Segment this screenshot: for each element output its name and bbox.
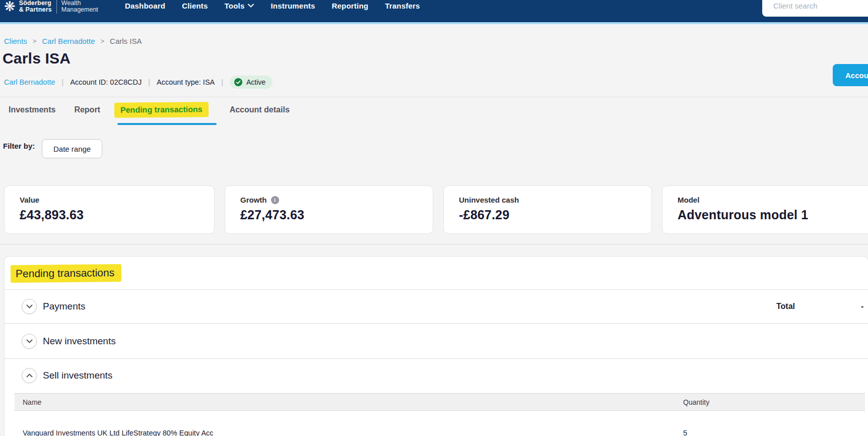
tab-bar: Investments Report Pending transactions … xyxy=(9,102,290,117)
sell-investments-collapse-button[interactable] xyxy=(22,368,37,383)
growth-card: Growth i £27,473.63 xyxy=(225,185,433,234)
account-actions-button[interactable]: Accou xyxy=(833,64,868,86)
client-search-input[interactable] xyxy=(773,2,868,10)
nav-item-tools-label: Tools xyxy=(225,2,245,10)
navbar-accent-strip xyxy=(0,22,868,24)
top-navbar: ❋ Söderberg & Partners Wealth Management… xyxy=(0,0,868,22)
account-type-text: Account type: ISA xyxy=(157,78,215,86)
info-icon[interactable]: i xyxy=(271,196,279,204)
status-badge: Active xyxy=(230,76,273,89)
new-investments-group-label: New investments xyxy=(43,336,116,347)
client-search-box[interactable] xyxy=(762,0,868,17)
sell-investments-group-row[interactable]: Sell investments xyxy=(5,359,868,392)
active-tab-underline xyxy=(117,123,217,125)
uninvested-cash-card-label: Uninvested cash xyxy=(459,196,651,204)
account-info-line: Carl Bernadotte | Account ID: 02C8CDJ | … xyxy=(4,76,273,89)
breadcrumb-client-link[interactable]: Carl Bernadotte xyxy=(42,37,95,45)
app-root: ❋ Söderberg & Partners Wealth Management… xyxy=(0,0,868,436)
tab-pending-transactions[interactable]: Pending transactions xyxy=(114,102,209,118)
brand-name-line2: & Partners xyxy=(19,6,52,13)
growth-card-value: £27,473.63 xyxy=(240,208,433,222)
tab-report[interactable]: Report xyxy=(74,102,100,117)
payments-group-row[interactable]: Payments Total - xyxy=(5,290,868,323)
uninvested-cash-card-value: -£867.29 xyxy=(459,208,651,222)
nav-item-transfers[interactable]: Transfers xyxy=(385,2,420,10)
tab-investments[interactable]: Investments xyxy=(9,102,55,117)
nav-item-dashboard[interactable]: Dashboard xyxy=(125,2,165,10)
pending-transactions-panel: Pending transactions Payments Total - Ne… xyxy=(4,256,868,436)
brand-division: Wealth Management xyxy=(61,0,98,13)
nav-item-tools[interactable]: Tools xyxy=(225,2,254,10)
payments-total-value: - xyxy=(861,302,863,311)
new-investments-group-row[interactable]: New investments xyxy=(5,324,868,358)
section-divider xyxy=(0,244,868,244)
chevron-down-icon xyxy=(26,304,33,308)
value-card-value: £43,893.63 xyxy=(20,208,214,222)
growth-card-label: Growth i xyxy=(240,196,433,204)
payments-expand-button[interactable] xyxy=(22,299,37,314)
chevron-up-icon xyxy=(26,373,33,378)
value-card: Value £43,893.63 xyxy=(4,185,215,234)
breadcrumb-separator: > xyxy=(101,37,105,45)
date-range-button[interactable]: Date range xyxy=(42,139,102,158)
check-circle-icon xyxy=(234,78,242,86)
chevron-down-icon xyxy=(26,339,33,343)
separator: | xyxy=(62,78,64,86)
pending-transactions-heading: Pending transactions xyxy=(11,264,121,283)
status-badge-label: Active xyxy=(246,78,265,86)
payments-total-label: Total xyxy=(776,302,795,311)
chevron-down-icon xyxy=(248,4,254,8)
nav-item-clients[interactable]: Clients xyxy=(182,2,208,10)
tabs-top-divider xyxy=(0,97,868,97)
breadcrumb-separator: > xyxy=(33,37,37,45)
payments-group-label: Payments xyxy=(43,301,85,312)
brand-flower-icon: ❋ xyxy=(4,0,16,15)
sell-investments-group-label: Sell investments xyxy=(43,370,112,381)
breadcrumb-current: Carls ISA xyxy=(110,37,142,45)
column-header-name: Name xyxy=(23,398,41,406)
nav-item-reporting[interactable]: Reporting xyxy=(332,2,369,10)
column-header-quantity: Quantity xyxy=(683,398,709,406)
logo-divider xyxy=(56,0,57,14)
brand-name: Söderberg & Partners xyxy=(19,0,52,13)
tab-account-details[interactable]: Account details xyxy=(230,102,290,117)
instrument-name-cell: Vanguard Investments UK Ltd LifeStrategy… xyxy=(23,429,214,436)
brand-logo[interactable]: ❋ Söderberg & Partners Wealth Management xyxy=(4,0,98,15)
breadcrumb: Clients > Carl Bernadotte > Carls ISA xyxy=(4,37,142,45)
account-id-text: Account ID: 02C8CDJ xyxy=(70,78,142,86)
growth-card-label-text: Growth xyxy=(240,196,267,204)
page-title: Carls ISA xyxy=(3,50,71,67)
transactions-table-header: Name Quantity xyxy=(15,393,865,411)
model-card-label: Model xyxy=(678,196,868,204)
table-row: Vanguard Investments UK Ltd LifeStrategy… xyxy=(15,411,865,436)
quantity-cell: 5 xyxy=(683,429,687,436)
client-name-link[interactable]: Carl Bernadotte xyxy=(4,78,55,86)
new-investments-expand-button[interactable] xyxy=(22,334,37,349)
separator: | xyxy=(148,78,150,86)
value-card-label: Value xyxy=(20,196,214,204)
separator: | xyxy=(221,78,223,86)
filter-by-label: Filter by: xyxy=(3,142,35,150)
model-card: Model Adventurous model 1 xyxy=(662,185,868,234)
nav-item-instruments[interactable]: Instruments xyxy=(271,2,315,10)
breadcrumb-clients-link[interactable]: Clients xyxy=(4,37,27,45)
brand-division-line2: Management xyxy=(61,6,98,13)
main-nav: Dashboard Clients Tools Instruments Repo… xyxy=(125,0,420,12)
uninvested-cash-card: Uninvested cash -£867.29 xyxy=(443,185,652,234)
model-card-value: Adventurous model 1 xyxy=(678,208,868,222)
